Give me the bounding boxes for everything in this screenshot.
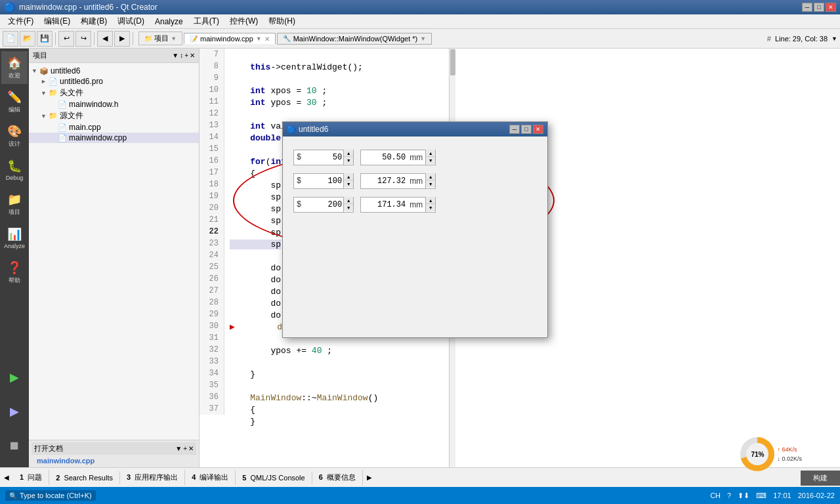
save-button[interactable]: 💾: [37, 31, 52, 47]
code-line-7: this->centralWidget();: [230, 62, 363, 72]
menu-help[interactable]: 帮助(H): [263, 14, 301, 28]
spin-mm-up-3[interactable]: ▲: [426, 197, 435, 204]
left-tb-help[interactable]: ❓ 帮助: [1, 256, 28, 289]
tree-item-pro[interactable]: ► 📄 untitled6.pro: [29, 76, 199, 87]
project-icon: 📁: [7, 192, 22, 207]
tab-close-icon[interactable]: ✕: [264, 35, 270, 43]
left-tb-edit[interactable]: ✏️ 编辑: [1, 85, 28, 118]
bottom-arrow-right[interactable]: ▶: [363, 471, 376, 484]
project-tree: ▼ 📦 untitled6 ► 📄 untitled6.pro ▼ 📁 头文件 …: [29, 63, 199, 440]
minimize-button[interactable]: ─: [802, 3, 812, 12]
spinbox-mm-input-2[interactable]: [361, 177, 407, 186]
scrollbar-thumb[interactable]: [450, 49, 455, 75]
sidebar-filter-icon[interactable]: ▼: [172, 52, 178, 59]
spinbox-input-3[interactable]: [304, 200, 343, 209]
maximize-button[interactable]: □: [814, 3, 824, 12]
menu-file[interactable]: 文件(F): [3, 14, 39, 28]
left-tb-debug[interactable]: 🐛 Debug: [1, 154, 28, 186]
tree-item-main-cpp[interactable]: 📄 main.cpp: [29, 122, 199, 133]
tree-sources-label: 源文件: [60, 110, 83, 121]
spin-up-3[interactable]: ▲: [344, 197, 353, 204]
tree-item-label: untitled6: [51, 66, 80, 75]
new-button[interactable]: 📄: [3, 31, 18, 47]
tab-function[interactable]: 🔧 MainWindow::MainWindow(QWidget *) ▼: [277, 33, 432, 45]
spin-mm-down-3[interactable]: ▼: [426, 204, 435, 211]
spinbox-mm-2[interactable]: mm ▲ ▼: [360, 173, 436, 189]
spin-mm-up-2[interactable]: ▲: [426, 173, 435, 180]
docs-filter-icon[interactable]: ▼: [175, 445, 182, 452]
left-tb-stop[interactable]: ⏹: [1, 429, 28, 462]
tree-item-sources[interactable]: ▼ 📁 源文件: [29, 110, 199, 122]
docs-close-icon[interactable]: ✕: [188, 445, 194, 452]
menu-analyze[interactable]: Analyze: [150, 16, 188, 28]
spin-up-1[interactable]: ▲: [344, 150, 353, 157]
tree-header-icon: 📄: [58, 100, 67, 109]
bottom-tab-2[interactable]: 2 Search Results: [49, 471, 120, 484]
docs-add-icon[interactable]: +: [183, 445, 187, 452]
menu-tools[interactable]: 工具(T): [188, 14, 224, 28]
code-line-8: [230, 74, 235, 84]
spin-mm-down-1[interactable]: ▼: [426, 157, 435, 164]
spin-down-1[interactable]: ▼: [344, 157, 353, 164]
bottom-tab-3[interactable]: 3 应用程序输出: [120, 470, 185, 485]
tree-item-mainwindow-h[interactable]: 📄 mainwindow.h: [29, 99, 199, 110]
left-tb-welcome[interactable]: 🏠 欢迎: [1, 51, 28, 84]
tree-item-mainwindow-cpp[interactable]: 📄 mainwindow.cpp: [29, 133, 199, 143]
menu-build[interactable]: 构建(B): [75, 14, 112, 28]
spin-mm-up-1[interactable]: ▲: [426, 150, 435, 157]
spinbox-int-1[interactable]: $ ▲ ▼: [293, 150, 354, 165]
spinbox-mm-1[interactable]: mm ▲ ▼: [360, 150, 436, 165]
tree-item-untitled6[interactable]: ▼ 📦 untitled6: [29, 66, 199, 76]
spin-up-2[interactable]: ▲: [344, 173, 353, 180]
bottom-tab-5[interactable]: 5 QML/JS Console: [236, 471, 312, 484]
forward-button[interactable]: ▶: [114, 31, 130, 47]
bottom-tab-6[interactable]: 6 概要信息: [312, 470, 363, 485]
tree-item-headers[interactable]: ▼ 📁 头文件: [29, 87, 199, 99]
bottom-tab-1[interactable]: 1 问题: [13, 470, 49, 485]
left-tb-edit-label: 编辑: [9, 106, 20, 114]
tab-project[interactable]: 📁 项目 ▼: [138, 32, 182, 45]
spinbox-mm-input-1[interactable]: [361, 153, 407, 162]
open-doc-mainwindow[interactable]: mainwindow.cpp: [32, 456, 196, 465]
network-stats: ↑ 64K/s ↓ 0.02K/s: [777, 445, 802, 463]
menu-edit[interactable]: 编辑(E): [39, 14, 75, 28]
bottom-arrow-left[interactable]: ◀: [0, 471, 13, 484]
menu-bar: 文件(F) 编辑(E) 构建(B) 调试(D) Analyze 工具(T) 控件…: [0, 14, 840, 29]
code-line-23: [230, 251, 235, 261]
spinbox-int-2[interactable]: $ ▲ ▼: [293, 173, 354, 189]
spinbox-input-1[interactable]: [304, 153, 343, 162]
spin-down-3[interactable]: ▼: [344, 204, 353, 211]
left-tb-profile[interactable]: ▶: [1, 395, 28, 428]
status-help-icon: ?: [727, 492, 731, 499]
sidebar-add-icon[interactable]: +: [184, 52, 188, 59]
spinbox-mm-3[interactable]: mm ▲ ▼: [360, 197, 436, 213]
left-tb-analyze[interactable]: 📊 Analyze: [1, 222, 28, 255]
title-bar-controls: ─ □ ✕: [802, 3, 836, 12]
build-button[interactable]: 构建: [801, 471, 840, 486]
spin-mm-down-2[interactable]: ▼: [426, 180, 435, 188]
spin-down-2[interactable]: ▼: [344, 180, 353, 188]
menu-controls[interactable]: 控件(W): [224, 14, 263, 28]
search-icon: 🔍: [9, 492, 17, 499]
left-tb-run[interactable]: ▶: [1, 361, 28, 394]
sidebar-sync-icon[interactable]: ↕: [180, 52, 183, 59]
spinbox-int-3[interactable]: $ ▲ ▼: [293, 197, 354, 213]
left-tb-design[interactable]: 🎨 设计: [1, 119, 28, 152]
dialog-minimize-button[interactable]: ─: [509, 125, 520, 134]
spinbox-mm-input-3[interactable]: [361, 200, 407, 209]
undo-button[interactable]: ↩: [58, 31, 74, 47]
code-line-35: MainWindow::~MainWindow(): [230, 393, 378, 403]
redo-button[interactable]: ↪: [75, 31, 91, 47]
code-line-11: [230, 110, 235, 119]
back-button[interactable]: ◀: [97, 31, 113, 47]
dialog-close-button[interactable]: ✕: [533, 125, 543, 134]
open-button[interactable]: 📂: [20, 31, 35, 47]
dialog-maximize-button[interactable]: □: [521, 125, 532, 134]
close-button[interactable]: ✕: [826, 3, 836, 12]
sidebar-close-icon[interactable]: ✕: [190, 52, 195, 59]
bottom-tab-4[interactable]: 4 编译输出: [185, 470, 236, 485]
tab-mainwindow-cpp[interactable]: 📝 mainwindow.cpp ▼ ✕: [184, 33, 276, 44]
spinbox-input-2[interactable]: [304, 177, 343, 186]
menu-debug[interactable]: 调试(D): [112, 14, 150, 28]
left-tb-project[interactable]: 📁 项目: [1, 188, 28, 220]
